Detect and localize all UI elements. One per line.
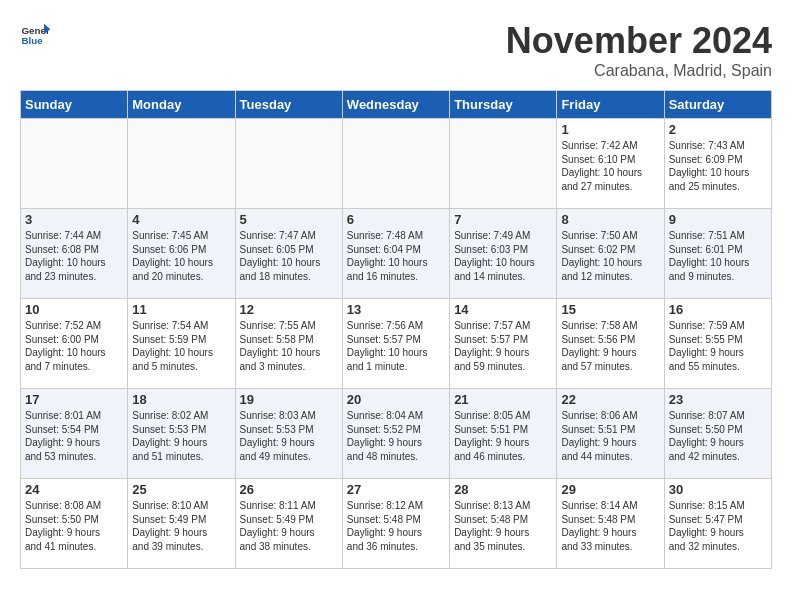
day-info: Sunrise: 7:52 AM Sunset: 6:00 PM Dayligh… [25,319,123,373]
day-number: 27 [347,482,445,497]
day-number: 4 [132,212,230,227]
calendar-day-cell: 16Sunrise: 7:59 AM Sunset: 5:55 PM Dayli… [664,299,771,389]
calendar-day-cell: 21Sunrise: 8:05 AM Sunset: 5:51 PM Dayli… [450,389,557,479]
calendar-day-cell [21,119,128,209]
day-info: Sunrise: 8:04 AM Sunset: 5:52 PM Dayligh… [347,409,445,463]
calendar-day-cell: 27Sunrise: 8:12 AM Sunset: 5:48 PM Dayli… [342,479,449,569]
calendar-week-row: 1Sunrise: 7:42 AM Sunset: 6:10 PM Daylig… [21,119,772,209]
day-number: 2 [669,122,767,137]
weekday-header: Friday [557,91,664,119]
day-number: 29 [561,482,659,497]
calendar-day-cell: 19Sunrise: 8:03 AM Sunset: 5:53 PM Dayli… [235,389,342,479]
calendar-day-cell [128,119,235,209]
calendar-day-cell: 13Sunrise: 7:56 AM Sunset: 5:57 PM Dayli… [342,299,449,389]
calendar-day-cell [342,119,449,209]
day-info: Sunrise: 8:11 AM Sunset: 5:49 PM Dayligh… [240,499,338,553]
day-number: 10 [25,302,123,317]
day-info: Sunrise: 7:47 AM Sunset: 6:05 PM Dayligh… [240,229,338,283]
calendar-day-cell: 24Sunrise: 8:08 AM Sunset: 5:50 PM Dayli… [21,479,128,569]
day-info: Sunrise: 8:03 AM Sunset: 5:53 PM Dayligh… [240,409,338,463]
header: General Blue November 2024 Carabana, Mad… [20,20,772,80]
day-info: Sunrise: 8:01 AM Sunset: 5:54 PM Dayligh… [25,409,123,463]
day-number: 26 [240,482,338,497]
day-number: 24 [25,482,123,497]
month-year-title: November 2024 [506,20,772,62]
location-subtitle: Carabana, Madrid, Spain [506,62,772,80]
day-info: Sunrise: 8:14 AM Sunset: 5:48 PM Dayligh… [561,499,659,553]
calendar-day-cell: 22Sunrise: 8:06 AM Sunset: 5:51 PM Dayli… [557,389,664,479]
logo-icon: General Blue [20,20,50,50]
calendar-day-cell: 3Sunrise: 7:44 AM Sunset: 6:08 PM Daylig… [21,209,128,299]
day-info: Sunrise: 7:43 AM Sunset: 6:09 PM Dayligh… [669,139,767,193]
calendar: SundayMondayTuesdayWednesdayThursdayFrid… [20,90,772,569]
calendar-day-cell: 9Sunrise: 7:51 AM Sunset: 6:01 PM Daylig… [664,209,771,299]
day-number: 3 [25,212,123,227]
calendar-day-cell: 23Sunrise: 8:07 AM Sunset: 5:50 PM Dayli… [664,389,771,479]
day-number: 28 [454,482,552,497]
calendar-week-row: 10Sunrise: 7:52 AM Sunset: 6:00 PM Dayli… [21,299,772,389]
day-info: Sunrise: 8:07 AM Sunset: 5:50 PM Dayligh… [669,409,767,463]
day-number: 11 [132,302,230,317]
calendar-day-cell: 12Sunrise: 7:55 AM Sunset: 5:58 PM Dayli… [235,299,342,389]
calendar-week-row: 3Sunrise: 7:44 AM Sunset: 6:08 PM Daylig… [21,209,772,299]
calendar-day-cell: 11Sunrise: 7:54 AM Sunset: 5:59 PM Dayli… [128,299,235,389]
weekday-header: Monday [128,91,235,119]
day-number: 8 [561,212,659,227]
day-info: Sunrise: 7:51 AM Sunset: 6:01 PM Dayligh… [669,229,767,283]
day-number: 14 [454,302,552,317]
svg-text:Blue: Blue [22,35,44,46]
day-info: Sunrise: 8:13 AM Sunset: 5:48 PM Dayligh… [454,499,552,553]
calendar-day-cell: 1Sunrise: 7:42 AM Sunset: 6:10 PM Daylig… [557,119,664,209]
day-info: Sunrise: 7:57 AM Sunset: 5:57 PM Dayligh… [454,319,552,373]
calendar-day-cell: 25Sunrise: 8:10 AM Sunset: 5:49 PM Dayli… [128,479,235,569]
day-info: Sunrise: 7:58 AM Sunset: 5:56 PM Dayligh… [561,319,659,373]
calendar-day-cell: 7Sunrise: 7:49 AM Sunset: 6:03 PM Daylig… [450,209,557,299]
calendar-day-cell: 28Sunrise: 8:13 AM Sunset: 5:48 PM Dayli… [450,479,557,569]
day-info: Sunrise: 8:10 AM Sunset: 5:49 PM Dayligh… [132,499,230,553]
day-number: 25 [132,482,230,497]
calendar-day-cell: 18Sunrise: 8:02 AM Sunset: 5:53 PM Dayli… [128,389,235,479]
day-info: Sunrise: 8:06 AM Sunset: 5:51 PM Dayligh… [561,409,659,463]
day-info: Sunrise: 8:08 AM Sunset: 5:50 PM Dayligh… [25,499,123,553]
calendar-day-cell: 29Sunrise: 8:14 AM Sunset: 5:48 PM Dayli… [557,479,664,569]
day-info: Sunrise: 7:42 AM Sunset: 6:10 PM Dayligh… [561,139,659,193]
weekday-header: Tuesday [235,91,342,119]
day-number: 16 [669,302,767,317]
calendar-day-cell: 26Sunrise: 8:11 AM Sunset: 5:49 PM Dayli… [235,479,342,569]
day-info: Sunrise: 7:54 AM Sunset: 5:59 PM Dayligh… [132,319,230,373]
calendar-day-cell: 2Sunrise: 7:43 AM Sunset: 6:09 PM Daylig… [664,119,771,209]
weekday-header: Wednesday [342,91,449,119]
day-number: 5 [240,212,338,227]
day-info: Sunrise: 7:44 AM Sunset: 6:08 PM Dayligh… [25,229,123,283]
day-number: 1 [561,122,659,137]
day-number: 22 [561,392,659,407]
calendar-day-cell: 8Sunrise: 7:50 AM Sunset: 6:02 PM Daylig… [557,209,664,299]
day-info: Sunrise: 8:05 AM Sunset: 5:51 PM Dayligh… [454,409,552,463]
calendar-day-cell: 30Sunrise: 8:15 AM Sunset: 5:47 PM Dayli… [664,479,771,569]
calendar-day-cell: 20Sunrise: 8:04 AM Sunset: 5:52 PM Dayli… [342,389,449,479]
day-number: 9 [669,212,767,227]
day-number: 20 [347,392,445,407]
calendar-day-cell: 15Sunrise: 7:58 AM Sunset: 5:56 PM Dayli… [557,299,664,389]
weekday-header: Sunday [21,91,128,119]
logo: General Blue [20,20,50,50]
day-number: 21 [454,392,552,407]
day-info: Sunrise: 7:59 AM Sunset: 5:55 PM Dayligh… [669,319,767,373]
weekday-header: Saturday [664,91,771,119]
day-info: Sunrise: 7:45 AM Sunset: 6:06 PM Dayligh… [132,229,230,283]
day-number: 6 [347,212,445,227]
day-number: 12 [240,302,338,317]
day-info: Sunrise: 8:15 AM Sunset: 5:47 PM Dayligh… [669,499,767,553]
day-info: Sunrise: 7:50 AM Sunset: 6:02 PM Dayligh… [561,229,659,283]
day-info: Sunrise: 7:55 AM Sunset: 5:58 PM Dayligh… [240,319,338,373]
calendar-day-cell: 6Sunrise: 7:48 AM Sunset: 6:04 PM Daylig… [342,209,449,299]
calendar-header-row: SundayMondayTuesdayWednesdayThursdayFrid… [21,91,772,119]
calendar-day-cell [450,119,557,209]
day-number: 19 [240,392,338,407]
calendar-day-cell: 14Sunrise: 7:57 AM Sunset: 5:57 PM Dayli… [450,299,557,389]
day-number: 15 [561,302,659,317]
calendar-day-cell: 10Sunrise: 7:52 AM Sunset: 6:00 PM Dayli… [21,299,128,389]
day-info: Sunrise: 8:12 AM Sunset: 5:48 PM Dayligh… [347,499,445,553]
day-info: Sunrise: 7:56 AM Sunset: 5:57 PM Dayligh… [347,319,445,373]
weekday-header: Thursday [450,91,557,119]
